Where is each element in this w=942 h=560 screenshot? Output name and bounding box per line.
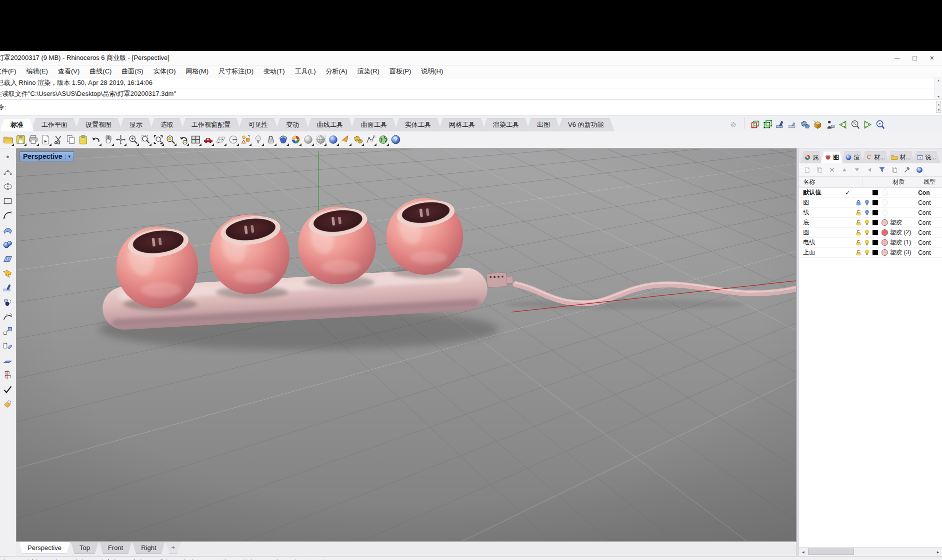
layer-name[interactable]: 线 <box>799 208 841 217</box>
what-command-icon[interactable] <box>340 133 352 146</box>
menu-item[interactable]: 文件(F) <box>0 66 22 77</box>
zoom-extents-icon[interactable] <box>152 133 164 146</box>
current-layer-check[interactable]: ✓ <box>841 189 854 196</box>
tabbar-gear-icon[interactable] <box>729 120 738 129</box>
viewport-tab[interactable]: Perspective <box>19 542 70 554</box>
magnifier-search-icon[interactable] <box>875 119 886 130</box>
layer-row[interactable]: 电线 塑胶 (1) Cont <box>799 238 942 248</box>
layer-row[interactable]: 底 塑胶 Cont <box>799 218 942 228</box>
viewport-title[interactable]: Perspective <box>23 152 62 160</box>
layer-linetype[interactable]: Cont <box>918 199 942 206</box>
toolbar-tab[interactable]: 工作平面 <box>31 118 78 131</box>
viewport-perspective[interactable]: Perspective ▾ <box>16 148 796 542</box>
scroll-up-icon[interactable]: ▴ <box>938 78 940 82</box>
scale-icon[interactable] <box>1 324 15 339</box>
command-prompt[interactable]: 指令: <box>0 103 6 112</box>
menu-item[interactable]: 曲线(C) <box>84 66 116 77</box>
panel-hscrollbar[interactable]: ◂ ▸ <box>799 547 942 556</box>
layer-name[interactable]: 圆 <box>799 228 841 237</box>
boolean-ramp-light-icon[interactable] <box>788 119 798 130</box>
magnifier-analyze-icon[interactable] <box>850 119 860 130</box>
viewport-tab[interactable]: Right <box>132 542 164 554</box>
surface-icon[interactable] <box>1 223 15 237</box>
curve-tools-icon[interactable] <box>1 310 15 324</box>
history-icon[interactable] <box>364 133 377 146</box>
spin-down-icon[interactable]: ▾ <box>938 107 940 112</box>
prompt-spinner[interactable]: ▴ ▾ <box>936 101 941 113</box>
layer-name[interactable]: 上面 <box>799 248 841 257</box>
material-swatch[interactable] <box>882 189 888 196</box>
bulb-icon[interactable] <box>862 249 871 256</box>
menu-item[interactable]: 工具(L) <box>290 66 321 77</box>
material-name[interactable]: 塑胶 (2) <box>888 228 918 237</box>
layer-linetype[interactable]: Cont <box>918 219 942 226</box>
lock-icon[interactable] <box>854 219 862 226</box>
scroll-right-icon[interactable]: ▸ <box>934 550 942 555</box>
extrude-icon[interactable] <box>1 353 15 368</box>
layer-color-swatch[interactable] <box>872 190 878 195</box>
toolbar-tab[interactable]: V6 的新功能 <box>558 118 614 131</box>
bulb-icon[interactable] <box>862 229 871 236</box>
menu-item[interactable]: 渲染(R) <box>352 66 384 77</box>
menu-item[interactable]: 编辑(E) <box>22 66 53 77</box>
bulb-icon[interactable] <box>862 239 871 246</box>
toolbar-tab[interactable]: 变动 <box>276 118 310 131</box>
mesh-icon[interactable] <box>1 252 15 266</box>
rectangle-icon[interactable] <box>1 194 15 208</box>
point-icon[interactable] <box>1 150 15 165</box>
duplicate-layer-button[interactable] <box>890 165 900 175</box>
toolbar-tab[interactable]: 曲线工具 <box>306 118 354 131</box>
layer-name[interactable]: 图 <box>799 198 841 207</box>
paste-icon[interactable] <box>77 133 90 146</box>
toolbar-tab[interactable]: 可见性 <box>238 118 278 131</box>
print-icon[interactable] <box>27 133 40 146</box>
viewport-layout-icon[interactable] <box>190 133 202 146</box>
new-layer-button[interactable] <box>802 165 812 175</box>
export-page-icon[interactable] <box>40 133 52 146</box>
move-down-button[interactable] <box>852 165 862 175</box>
new-sublayer-button[interactable] <box>814 165 824 175</box>
layer-row[interactable]: 线 Cont <box>799 208 942 218</box>
history-scrollbar[interactable]: ▴ ▾ <box>934 77 942 99</box>
material-swatch[interactable] <box>882 199 888 206</box>
spin-up-icon[interactable]: ▴ <box>938 101 940 107</box>
layer-row[interactable]: 默认值 ✓ Con <box>799 188 942 198</box>
scrollbar-thumb[interactable] <box>808 549 854 555</box>
layer-color-swatch[interactable] <box>872 250 878 255</box>
layer-name[interactable]: 电线 <box>799 238 841 247</box>
green-arrow-right-icon[interactable] <box>862 119 873 130</box>
toolbar-tab[interactable]: 网格工具 <box>438 118 486 131</box>
material-name[interactable]: 塑胶 (3) <box>888 248 918 257</box>
layer-linetype[interactable]: Cont <box>918 229 942 236</box>
wireframe-cube-red-icon[interactable] <box>750 119 760 130</box>
layer-linetype[interactable]: Cont <box>918 209 942 216</box>
toolbar-tab[interactable]: 选取 <box>150 118 184 131</box>
ellipse-icon[interactable] <box>1 179 15 194</box>
layer-linetype[interactable]: Con <box>918 189 942 196</box>
car-icon[interactable] <box>202 133 214 146</box>
toolbar-tab[interactable]: 出图 <box>526 118 560 131</box>
material-name[interactable]: 塑胶 <box>888 218 918 227</box>
cplane-plan-icon[interactable] <box>214 133 227 146</box>
boolean-ramp-icon[interactable] <box>775 119 786 130</box>
layer-color-swatch[interactable] <box>872 220 878 225</box>
tab-render[interactable]: 渲 <box>841 151 864 163</box>
toolbar-tab[interactable]: 工作视窗配置 <box>181 118 241 131</box>
minimize-button[interactable]: ─ <box>894 54 900 61</box>
layer-color-swatch[interactable] <box>872 230 878 235</box>
zoom-dynamic-icon[interactable] <box>127 133 140 146</box>
lock-icon[interactable] <box>854 229 862 236</box>
tab-libraries[interactable]: 材... <box>887 151 914 163</box>
control-point-curve-icon[interactable] <box>1 165 15 179</box>
viewport-dropdown-icon[interactable]: ▾ <box>66 154 71 159</box>
align-distribute-icon[interactable] <box>1 368 15 382</box>
material-name[interactable]: 塑胶 (1) <box>888 238 918 247</box>
bulb-icon[interactable] <box>862 219 871 226</box>
undo-icon[interactable] <box>90 133 102 146</box>
earth-icon[interactable] <box>377 133 390 146</box>
pan-view-icon[interactable] <box>102 133 114 146</box>
layer-row[interactable]: 图 Cont <box>799 198 942 208</box>
layer-name[interactable]: 默认值 <box>799 188 841 197</box>
viewport-tab[interactable]: Front <box>100 542 132 554</box>
lamp-icon[interactable] <box>252 133 264 146</box>
